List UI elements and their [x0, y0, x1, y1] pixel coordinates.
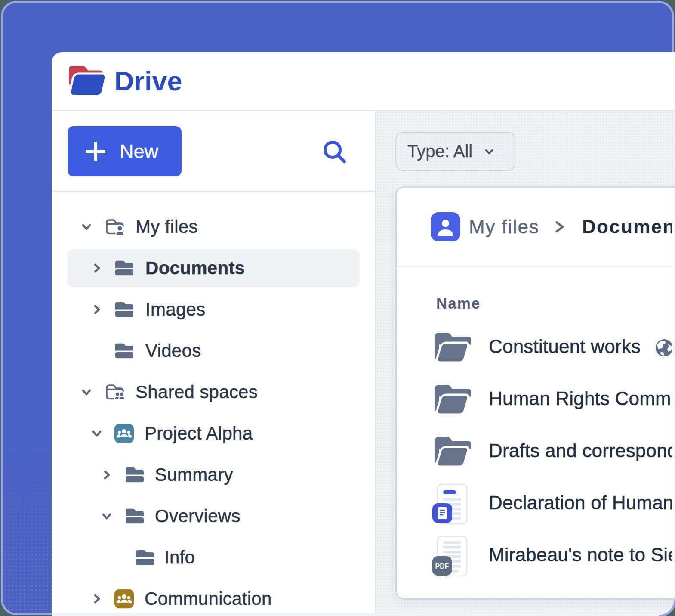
svg-text:PDF: PDF: [435, 563, 449, 570]
